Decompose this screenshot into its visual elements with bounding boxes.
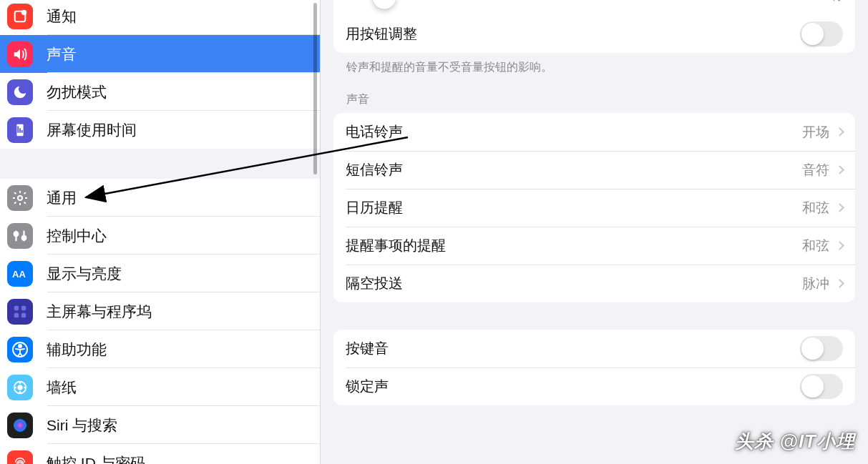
row-label: 隔空投送 <box>346 274 403 293</box>
touchid-icon <box>7 450 33 465</box>
change-with-buttons-row: 用按钮调整 <box>333 15 855 53</box>
notifications-icon <box>7 4 33 29</box>
watermark-text: 头杀 @IT小埋 <box>735 429 855 454</box>
reminder-alert-row[interactable]: 提醒事项的提醒 和弦 <box>333 227 855 265</box>
row-label: 电话铃声 <box>346 122 403 142</box>
svg-point-16 <box>19 391 21 393</box>
airdrop-row[interactable]: 隔空投送 脉冲 <box>333 265 855 302</box>
sidebar-item-notifications[interactable]: 通知 <box>0 0 320 35</box>
row-label: 日历提醒 <box>346 198 403 217</box>
sidebar-group-1: 通知 声音 勿扰模式 <box>0 0 320 149</box>
volume-card: 用按钮调整 <box>333 0 855 53</box>
svg-point-5 <box>22 236 26 240</box>
sidebar-item-label: 通用 <box>47 188 77 208</box>
sidebar-item-label: 屏幕使用时间 <box>47 120 137 140</box>
sidebar-item-sound[interactable]: 声音 <box>0 35 320 73</box>
lock-sound-row: 锁定声 <box>333 367 855 405</box>
sidebar-item-label: 墙纸 <box>47 377 77 398</box>
svg-text:AA: AA <box>12 269 26 280</box>
sidebar-item-homescreen[interactable]: 主屏幕与程序坞 <box>0 292 320 330</box>
sidebar-item-display[interactable]: AA 显示与亮度 <box>0 255 320 292</box>
keyboard-clicks-row: 按键音 <box>333 330 855 367</box>
sidebar-item-control-center[interactable]: 控制中心 <box>0 217 320 255</box>
svg-point-4 <box>14 232 19 236</box>
svg-point-18 <box>24 386 26 388</box>
sidebar-item-label: Siri 与搜索 <box>47 415 117 435</box>
homescreen-icon <box>7 299 33 325</box>
sidebar-item-touchid[interactable]: 触控 ID 与密码 <box>0 444 320 464</box>
siri-icon <box>7 413 33 438</box>
volume-high-icon <box>825 0 844 8</box>
row-label: 用按钮调整 <box>346 24 417 44</box>
key-sounds-card: 按键音 锁定声 <box>333 330 855 405</box>
keyboard-clicks-toggle[interactable] <box>800 336 843 361</box>
volume-slider-row <box>333 0 855 15</box>
settings-sidebar: 通知 声音 勿扰模式 <box>0 0 321 464</box>
texttone-row[interactable]: 短信铃声 音符 <box>333 151 855 189</box>
detail-pane: 用按钮调整 铃声和提醒的音量不受音量按钮的影响。 声音 电话铃声 开场 短信铃声… <box>321 0 868 464</box>
chevron-right-icon <box>835 165 844 174</box>
row-value: 和弦 <box>802 237 843 255</box>
svg-rect-7 <box>14 305 19 310</box>
row-label: 按键音 <box>346 339 389 358</box>
lock-sound-toggle[interactable] <box>800 374 843 399</box>
sidebar-item-label: 主屏幕与程序坞 <box>47 302 152 322</box>
calendar-alert-row[interactable]: 日历提醒 和弦 <box>333 189 855 227</box>
row-label: 短信铃声 <box>346 160 403 179</box>
sidebar-item-label: 显示与亮度 <box>47 264 122 284</box>
sidebar-item-accessibility[interactable]: 辅助功能 <box>0 330 320 368</box>
ringtones-card: 电话铃声 开场 短信铃声 音符 日历提醒 和弦 提醒事项的提醒 和弦 隔空投送 <box>333 113 855 302</box>
chevron-right-icon <box>835 127 844 137</box>
row-label: 锁定声 <box>346 377 389 396</box>
sidebar-item-general[interactable]: 通用 <box>0 179 320 217</box>
svg-point-17 <box>14 386 16 388</box>
svg-point-15 <box>19 382 21 384</box>
sidebar-item-label: 勿扰模式 <box>47 82 107 102</box>
chevron-right-icon <box>835 241 844 250</box>
change-with-buttons-toggle[interactable] <box>800 21 843 46</box>
sounds-section-header: 声音 <box>333 75 855 113</box>
svg-point-19 <box>14 419 26 432</box>
scrollbar-thumb[interactable] <box>313 3 317 174</box>
chevron-right-icon <box>835 279 844 288</box>
sidebar-item-siri[interactable]: Siri 与搜索 <box>0 406 320 444</box>
display-icon: AA <box>7 261 33 287</box>
chevron-right-icon <box>835 203 844 212</box>
row-label: 提醒事项的提醒 <box>346 236 446 255</box>
sidebar-group-2: 通用 控制中心 AA 显示与亮度 <box>0 179 320 464</box>
sidebar-item-screentime[interactable]: 屏幕使用时间 <box>0 111 320 149</box>
row-value: 开场 <box>802 123 843 142</box>
volume-slider-thumb[interactable] <box>372 0 396 9</box>
svg-point-14 <box>17 385 22 390</box>
volume-footnote: 铃声和提醒的音量不受音量按钮的影响。 <box>333 53 855 75</box>
svg-rect-8 <box>21 305 26 310</box>
volume-low-icon <box>345 0 361 6</box>
svg-point-12 <box>19 345 21 347</box>
sidebar-item-wallpaper[interactable]: 墙纸 <box>0 368 320 406</box>
svg-point-1 <box>21 9 26 14</box>
accessibility-icon <box>7 337 33 362</box>
sidebar-item-label: 辅助功能 <box>47 340 107 360</box>
svg-rect-10 <box>21 312 26 317</box>
wallpaper-icon <box>7 375 33 400</box>
sidebar-item-label: 通知 <box>47 6 77 26</box>
sound-icon <box>7 41 33 67</box>
sidebar-item-label: 触控 ID 与密码 <box>47 453 145 465</box>
row-value: 音符 <box>802 161 843 179</box>
sidebar-item-label: 声音 <box>47 44 77 64</box>
general-icon <box>7 185 33 211</box>
ringtone-row[interactable]: 电话铃声 开场 <box>333 113 855 151</box>
sidebar-item-label: 控制中心 <box>47 226 107 246</box>
sidebar-item-dnd[interactable]: 勿扰模式 <box>0 73 320 111</box>
screentime-icon <box>7 117 33 143</box>
row-value: 和弦 <box>802 199 843 217</box>
dnd-icon <box>7 79 33 105</box>
row-value: 脉冲 <box>802 275 843 293</box>
svg-point-3 <box>18 196 22 200</box>
svg-rect-9 <box>14 312 19 317</box>
control-center-icon <box>7 223 33 249</box>
